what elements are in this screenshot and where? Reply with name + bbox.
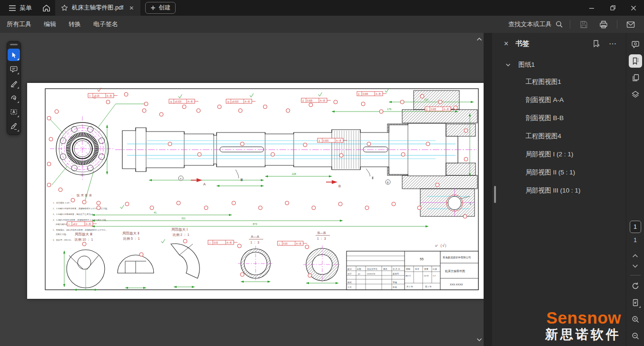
document-tab[interactable]: 机床主轴零件图.pdf ✕	[55, 0, 140, 16]
svg-text:共 1 张: 共 1 张	[406, 285, 413, 288]
svg-text:A4×3: A4×3	[406, 275, 411, 277]
minimize-button[interactable]	[581, 0, 602, 16]
lasso-icon	[10, 94, 18, 102]
svg-text:⌖: ⌖	[89, 94, 91, 97]
bookmarks-panel-button[interactable]	[629, 54, 642, 68]
svg-text:0.005: 0.005	[307, 100, 313, 102]
chevron-up-icon	[632, 254, 638, 258]
minimize-icon	[589, 5, 594, 11]
menu-all-tools[interactable]: 所有工具	[7, 20, 31, 29]
svg-text:Ⅰ: Ⅰ	[470, 202, 471, 206]
svg-text:A—B: A—B	[86, 223, 91, 225]
plus-icon	[150, 5, 156, 10]
palette-drag-handle[interactable]	[10, 44, 18, 45]
canvas-scroll-up[interactable]	[475, 35, 484, 43]
comment-tool-button[interactable]	[8, 63, 20, 75]
svg-text:∥: ∥	[426, 108, 428, 111]
save-button[interactable]	[577, 18, 590, 31]
print-button[interactable]	[597, 18, 610, 31]
signature-pen-icon	[10, 122, 18, 130]
cursor-icon	[10, 51, 18, 59]
svg-text:B: B	[338, 184, 341, 188]
bookmark-item-view4[interactable]: 工程图视图4	[492, 127, 626, 145]
next-page-button[interactable]	[632, 261, 638, 271]
svg-text:局部放大 Ⅲ: 局部放大 Ⅲ	[75, 232, 92, 236]
svg-text:⌀0.2: ⌀0.2	[73, 223, 77, 225]
mail-icon	[626, 21, 635, 28]
svg-text:5、前轴颈(Ⅰ)、(Ⅱ处)用涂色法检查，其接触面积不小于75: 5、前轴颈(Ⅰ)、(Ⅱ处)用涂色法检查，其接触面积不小于75%，	[53, 229, 108, 231]
zoom-out-icon	[631, 332, 640, 340]
chevron-down-icon[interactable]	[505, 63, 511, 67]
bookmark-root[interactable]: 图纸1	[492, 57, 626, 73]
home-icon	[42, 4, 50, 12]
menu-convert[interactable]: 转换	[69, 20, 81, 29]
pencil-tool-button[interactable]	[8, 77, 20, 90]
fit-page-button[interactable]	[629, 296, 642, 309]
comments-panel-button[interactable]	[629, 38, 642, 51]
pages-panel-button[interactable]	[629, 71, 642, 84]
toolbar: 所有工具 编辑 转换 电子签名 查找文本或工具	[0, 16, 644, 33]
pencil-icon	[10, 80, 18, 87]
search-tools-button[interactable]: 查找文本或工具	[508, 20, 563, 29]
lasso-tool-button[interactable]	[8, 92, 20, 104]
panel-close-icon[interactable]: ✕	[504, 40, 509, 47]
current-page-input[interactable]: 1	[630, 221, 641, 233]
titlebar: 菜单 机床主轴零件图.pdf ✕ 创建	[0, 0, 644, 16]
svg-text:1、未注倒角 1×45°。: 1、未注倒角 1×45°。	[53, 202, 72, 204]
close-button[interactable]	[623, 0, 644, 16]
bookmark-root-label: 图纸1	[518, 61, 535, 69]
home-button[interactable]	[38, 2, 55, 14]
svg-text:校对: 校对	[347, 281, 352, 284]
document-canvas[interactable]: 41 311 873 179 110 228	[0, 33, 484, 346]
bookmark-item-section-aa[interactable]: 剖面视图 A-A	[492, 91, 626, 109]
canvas-scroll-down[interactable]	[475, 336, 484, 344]
svg-text:0.003: 0.003	[323, 140, 329, 142]
zoom-in-button[interactable]	[629, 313, 642, 326]
bookmark-item-detail-3[interactable]: 局部视图 III (10 : 1)	[492, 182, 626, 200]
vertical-scrollbar[interactable]	[484, 33, 492, 346]
more-options-icon[interactable]: ⋯	[609, 39, 617, 48]
svg-text:0.03: 0.03	[283, 243, 287, 245]
bookmark-item-detail-1[interactable]: 局部视图 I (2 : 1)	[492, 145, 626, 163]
pdf-page[interactable]: 41 311 873 179 110 228	[27, 83, 484, 299]
star-icon[interactable]	[61, 4, 68, 11]
panel-resize-grip[interactable]	[494, 186, 496, 203]
svg-text:局部放大 Ⅱ: 局部放大 Ⅱ	[122, 231, 139, 235]
email-button[interactable]	[624, 18, 637, 31]
rotate-view-button[interactable]	[629, 279, 642, 293]
signature-tool-button[interactable]	[8, 120, 20, 132]
bookmark-item-view1[interactable]: 工程图视图1	[492, 73, 626, 91]
svg-text:311: 311	[181, 217, 186, 220]
main-area: 41 311 873 179 110 228	[0, 33, 644, 346]
bookmark-item-detail-2[interactable]: 局部视图 II (5 : 1)	[492, 163, 626, 182]
svg-text:局部放大 Ⅰ: 局部放大 Ⅰ	[171, 227, 188, 232]
total-pages-label: 1	[634, 237, 637, 244]
create-button[interactable]: 创建	[145, 2, 176, 14]
restore-button[interactable]	[602, 0, 623, 16]
restore-icon	[610, 5, 616, 11]
menu-esign[interactable]: 电子签名	[93, 20, 118, 29]
text-box-tool-button[interactable]	[8, 106, 20, 118]
save-icon	[580, 20, 588, 29]
svg-text:处数: 处数	[357, 268, 361, 270]
menu-edit[interactable]: 编辑	[44, 20, 56, 29]
svg-text:A—B: A—B	[296, 243, 301, 245]
detail-view-2: 局部放大 Ⅱ 比例 5 ： 1	[118, 231, 154, 273]
svg-text:A—A: A—A	[251, 234, 259, 239]
main-menu-button[interactable]: 菜单	[6, 2, 35, 14]
add-bookmark-icon[interactable]	[592, 40, 600, 48]
bookmark-item-section-bb[interactable]: 剖面视图 B-B	[492, 109, 626, 127]
layers-panel-button[interactable]	[629, 88, 642, 101]
svg-text:⌀0.015: ⌀0.015	[175, 101, 181, 103]
zoom-out-button[interactable]	[629, 329, 642, 343]
comment-icon	[10, 65, 18, 73]
print-icon	[599, 20, 608, 29]
tab-close-icon[interactable]: ✕	[127, 4, 136, 12]
select-tool-button[interactable]	[8, 49, 20, 61]
svg-text:比例 5 ： 1: 比例 5 ： 1	[123, 237, 140, 241]
svg-text:图幅: 图幅	[406, 268, 410, 270]
svg-text:14.31: 14.31	[424, 275, 429, 277]
previous-page-button[interactable]	[632, 250, 638, 261]
bookmarks-header: ✕ 书签 ⋯	[492, 33, 626, 54]
svg-text:2、1:30锥孔用涂色法检查，其接触面积不小于70%靠近大端: 2、1:30锥孔用涂色法检查，其接触面积不小于70%靠近大端。	[53, 207, 109, 210]
